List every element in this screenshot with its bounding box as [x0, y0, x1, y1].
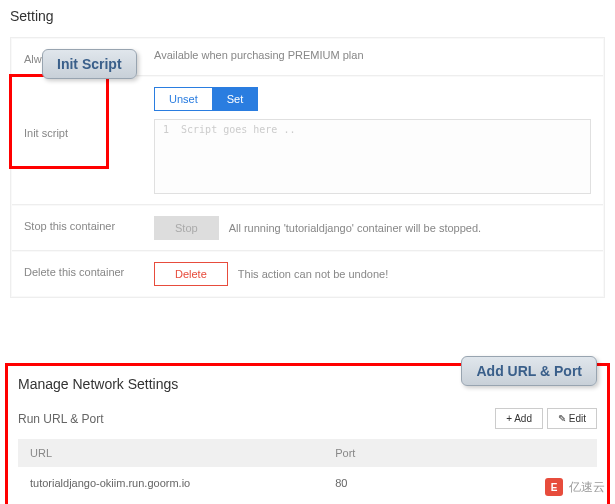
watermark-text: 亿速云: [569, 479, 605, 496]
init-script-row: Init Script Init script Unset Set 1 Scri…: [12, 77, 603, 205]
add-button[interactable]: + Add: [495, 408, 543, 429]
script-placeholder: Script goes here ..: [181, 124, 295, 135]
unset-button[interactable]: Unset: [154, 87, 212, 111]
stop-text: All running 'tutorialdjango' container w…: [229, 222, 481, 234]
init-script-label: Init script: [24, 87, 154, 194]
stop-button[interactable]: Stop: [154, 216, 219, 240]
url-port-header: Run URL & Port + Add ✎ Edit: [18, 408, 597, 429]
run-url-port-label: Run URL & Port: [18, 412, 104, 426]
setting-panel: Always-on Available when purchasing PREM…: [10, 37, 605, 298]
script-textarea[interactable]: 1 Script goes here ..: [154, 119, 591, 194]
url-column-header: URL: [30, 447, 335, 459]
delete-button[interactable]: Delete: [154, 262, 228, 286]
delete-container-row: Delete this container Delete This action…: [12, 252, 603, 296]
always-on-text: Available when purchasing PREMIUM plan: [154, 49, 364, 61]
url-value: tutorialdjango-okiim.run.goorm.io: [30, 477, 335, 489]
watermark: E 亿速云: [545, 478, 605, 496]
port-column-header: Port: [335, 447, 585, 459]
callout-init-script: Init Script: [42, 49, 137, 79]
network-section: Add URL & Port Manage Network Settings R…: [5, 363, 610, 504]
set-button[interactable]: Set: [212, 87, 259, 111]
stop-container-row: Stop this container Stop All running 'tu…: [12, 206, 603, 251]
watermark-icon: E: [545, 478, 563, 496]
delete-text: This action can not be undone!: [238, 268, 388, 280]
init-toggle-group: Unset Set: [154, 87, 591, 111]
stop-label: Stop this container: [24, 216, 154, 232]
callout-add-url: Add URL & Port: [461, 356, 597, 386]
url-table-header: URL Port: [18, 439, 597, 467]
edit-button[interactable]: ✎ Edit: [547, 408, 597, 429]
setting-section: Setting Always-on Available when purchas…: [0, 0, 615, 298]
delete-label: Delete this container: [24, 262, 154, 278]
table-row: tutorialdjango-okiim.run.goorm.io 80: [18, 467, 597, 499]
setting-title: Setting: [0, 0, 615, 32]
line-number: 1: [163, 124, 175, 135]
